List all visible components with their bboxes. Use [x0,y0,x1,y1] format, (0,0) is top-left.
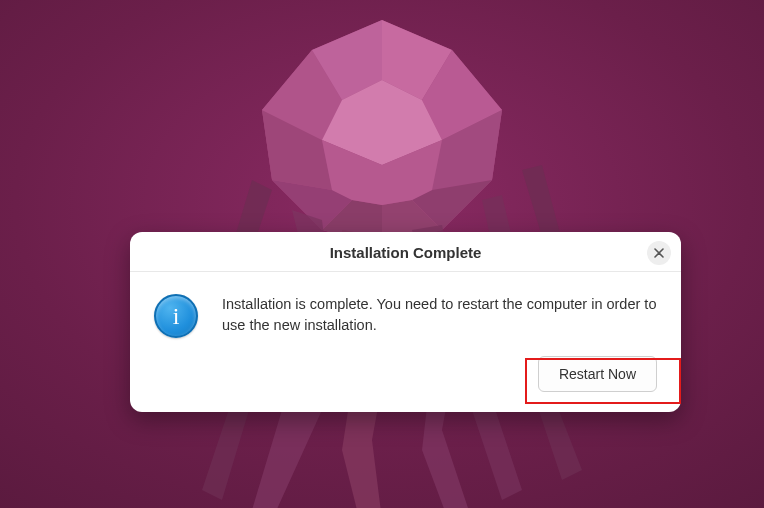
dialog-body: i Installation is complete. You need to … [130,272,681,356]
close-button[interactable] [647,241,671,265]
restart-now-button[interactable]: Restart Now [538,356,657,392]
dialog-actions: Restart Now [130,356,681,412]
info-icon-glyph: i [173,304,180,328]
dialog-message: Installation is complete. You need to re… [222,294,657,336]
dialog-title: Installation Complete [174,244,637,261]
installation-complete-dialog: Installation Complete i Installation is … [130,232,681,412]
message-column: Installation is complete. You need to re… [222,294,657,336]
close-icon [654,248,664,258]
info-icon: i [154,294,198,338]
dialog-header: Installation Complete [130,232,681,272]
